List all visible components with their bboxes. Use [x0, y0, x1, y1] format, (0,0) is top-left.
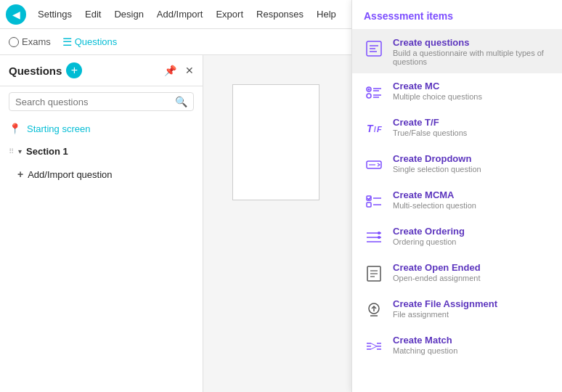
panel-title: Assessment items — [352, 0, 562, 30]
create-match-title: Create Match — [393, 335, 457, 346]
svg-point-8 — [367, 94, 371, 98]
create-questions-desc: Build a questionnaire with multiple type… — [393, 49, 550, 66]
match-item-icon — [364, 336, 384, 356]
questions-item-icon — [364, 38, 384, 59]
add-import-label: Add/Import question — [28, 169, 112, 180]
svg-line-35 — [371, 343, 377, 346]
search-input[interactable] — [15, 97, 175, 107]
menu-item-create-questions[interactable]: Create questions Build a questionnaire w… — [352, 30, 562, 73]
create-mcma-title: Create MCMA — [393, 189, 476, 200]
create-tf-title: Create T/F — [393, 117, 467, 128]
ordering-item-icon — [364, 227, 384, 248]
main-area: Questions + 📌 ✕ 🔍 📍 Starting screen ⠿ ▾ … — [0, 55, 562, 392]
nav-settings[interactable]: Settings — [32, 6, 78, 23]
match-item-text: Create Match Matching question — [393, 335, 457, 355]
menu-item-create-ordering[interactable]: Create Ordering Ordering question — [352, 219, 562, 255]
chevron-icon: ▾ — [18, 147, 22, 155]
questions-label: Questions — [75, 36, 118, 47]
nav-responses[interactable]: Responses — [251, 6, 309, 23]
assessment-panel: Assessment items Create questions Build … — [351, 0, 562, 392]
sidebar-header: Questions + 📌 ✕ — [0, 55, 203, 86]
search-bar: 🔍 — [9, 92, 194, 111]
nav-export[interactable]: Export — [210, 6, 249, 23]
location-icon: 📍 — [9, 123, 21, 134]
create-fileassign-title: Create File Assignment — [393, 298, 497, 309]
nav-addimport[interactable]: Add/Import — [151, 6, 209, 23]
content-inner — [232, 84, 319, 200]
menu-item-create-mc[interactable]: Create MC Multiple choice questions — [352, 73, 562, 110]
ordering-item-text: Create Ordering Ordering question — [393, 226, 465, 246]
mc-item-text: Create MC Multiple choice questions — [393, 81, 482, 101]
exams-link[interactable]: Exams — [9, 36, 51, 47]
exams-icon — [9, 37, 19, 47]
svg-point-23 — [378, 232, 380, 234]
dropdown-item-text: Create Dropdown Single selection questio… — [393, 153, 481, 173]
nav-edit[interactable]: Edit — [79, 6, 107, 23]
fileassign-item-icon — [364, 300, 384, 320]
add-import-row[interactable]: + Add/Import question — [0, 163, 203, 186]
section-1-item[interactable]: ⠿ ▾ Section 1 — [0, 140, 203, 163]
starting-screen-item[interactable]: 📍 Starting screen — [0, 117, 203, 140]
mc-item-icon — [364, 82, 384, 102]
menu-item-create-open-ended[interactable]: Create Open Ended Open-ended assignment — [352, 255, 562, 291]
svg-text:/: / — [374, 126, 376, 134]
svg-line-36 — [371, 346, 377, 349]
create-ordering-title: Create Ordering — [393, 226, 465, 237]
tf-item-text: Create T/F True/False questions — [393, 117, 467, 137]
questions-item-text: Create questions Build a questionnaire w… — [393, 37, 550, 66]
plus-icon: + — [17, 168, 23, 180]
menu-item-create-dropdown[interactable]: Create Dropdown Single selection questio… — [352, 146, 562, 182]
create-mcma-desc: Multi-selection question — [393, 201, 476, 210]
mcma-item-icon — [364, 191, 384, 211]
mcma-item-text: Create MCMA Multi-selection question — [393, 189, 476, 210]
menu-item-create-match[interactable]: Create Match Matching question — [352, 327, 562, 364]
add-question-button[interactable]: + — [66, 62, 82, 78]
starting-screen-label: Starting screen — [27, 123, 90, 134]
pin-icon[interactable]: 📌 — [164, 65, 176, 76]
svg-point-24 — [378, 236, 380, 239]
dropdown-item-icon — [364, 155, 384, 175]
create-mc-desc: Multiple choice questions — [393, 92, 482, 101]
openended-item-icon — [364, 264, 384, 284]
create-fileassign-desc: File assignment — [393, 310, 497, 319]
svg-rect-18 — [367, 203, 371, 207]
exams-label: Exams — [22, 36, 51, 47]
sidebar-close-icon[interactable]: ✕ — [185, 65, 194, 76]
create-dropdown-desc: Single selection question — [393, 165, 481, 173]
create-dropdown-title: Create Dropdown — [393, 153, 481, 164]
tf-item-icon: T / F — [364, 118, 384, 139]
create-openended-desc: Open-ended assignment — [393, 274, 481, 282]
create-openended-title: Create Open Ended — [393, 262, 481, 273]
nav-help[interactable]: Help — [311, 6, 342, 23]
nav-menu: Settings Edit Design Add/Import Export R… — [32, 6, 342, 23]
menu-item-create-tf[interactable]: T / F Create T/F True/False questions — [352, 110, 562, 146]
questions-link[interactable]: ☰ Questions — [62, 36, 118, 49]
search-icon: 🔍 — [175, 96, 187, 107]
svg-point-5 — [368, 89, 370, 91]
sidebar-title: Questions — [9, 65, 62, 77]
openended-item-text: Create Open Ended Open-ended assignment — [393, 262, 481, 282]
create-ordering-desc: Ordering question — [393, 237, 465, 246]
back-button[interactable]: ◀ — [6, 4, 26, 25]
nav-design[interactable]: Design — [108, 6, 149, 23]
create-mc-title: Create MC — [393, 81, 482, 91]
create-tf-desc: True/False questions — [393, 128, 467, 137]
drag-handle-icon: ⠿ — [9, 147, 14, 155]
menu-item-create-file-assignment[interactable]: Create File Assignment File assignment — [352, 291, 562, 327]
svg-text:T: T — [367, 123, 374, 134]
fileassign-item-text: Create File Assignment File assignment — [393, 298, 497, 319]
questions-icon: ☰ — [62, 36, 72, 49]
create-match-desc: Matching question — [393, 346, 457, 355]
svg-text:F: F — [377, 125, 382, 134]
create-questions-title: Create questions — [393, 37, 550, 48]
menu-item-create-mcma[interactable]: Create MCMA Multi-selection question — [352, 182, 562, 219]
section-1-label: Section 1 — [26, 146, 68, 157]
sidebar: Questions + 📌 ✕ 🔍 📍 Starting screen ⠿ ▾ … — [0, 55, 203, 392]
